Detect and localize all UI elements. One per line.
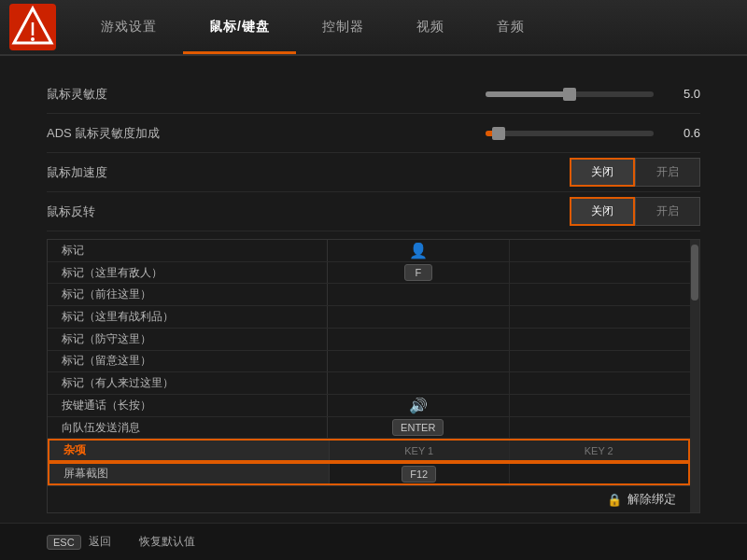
scrollbar-thumb[interactable] <box>691 245 698 301</box>
ads-sensitivity-slider-thumb[interactable] <box>492 127 505 140</box>
main-content: 鼠标灵敏度 5.0 ADS 鼠标灵敏度加成 0.6 鼠标 <box>0 56 747 523</box>
key1-message[interactable]: ENTER <box>328 417 510 439</box>
acceleration-toggle: 关闭 开启 <box>570 158 700 187</box>
ads-sensitivity-row: ADS 鼠标灵敏度加成 0.6 <box>47 114 700 153</box>
key2-misc-header: KEY 2 <box>510 441 689 460</box>
ads-sensitivity-slider-container: 0.6 <box>233 126 700 140</box>
key1-watch[interactable] <box>328 351 510 372</box>
key1-defend[interactable] <box>328 329 510 350</box>
keybind-label-message: 向队伍发送消息 <box>48 417 328 439</box>
invert-toggle: 关闭 开启 <box>570 197 700 226</box>
sensitivity-control: 5.0 <box>233 87 700 101</box>
acceleration-row: 鼠标加速度 关闭 开启 <box>47 153 700 192</box>
key2-voicechat[interactable] <box>510 395 691 416</box>
key2-been[interactable] <box>510 372 691 394</box>
keybind-row-been: 标记（有人来过这里） <box>48 372 690 395</box>
key2-marker[interactable] <box>510 240 691 261</box>
invert-row: 鼠标反转 关闭 开启 <box>47 192 700 231</box>
sensitivity-slider-track[interactable] <box>486 91 654 97</box>
logo <box>9 4 56 50</box>
unbind-label: 解除绑定 <box>627 491 676 508</box>
sensitivity-slider-fill <box>486 91 570 97</box>
misc-key1-header: KEY 1 <box>404 445 433 456</box>
key2-enemy[interactable] <box>510 262 691 284</box>
acceleration-control: 关闭 开启 <box>233 158 700 187</box>
keybind-row-message: 向队伍发送消息 ENTER <box>48 417 690 440</box>
sensitivity-slider-thumb[interactable] <box>563 88 576 101</box>
key1-loot[interactable] <box>328 306 510 328</box>
keybind-label-voicechat: 按键通话（长按） <box>48 395 328 416</box>
key1-been[interactable] <box>328 372 510 394</box>
acceleration-on-button[interactable]: 开启 <box>635 158 700 187</box>
sensitivity-value: 5.0 <box>663 87 700 101</box>
keybind-rows: 标记 👤 标记（这里有敌人） F <box>48 240 690 485</box>
invert-on-button[interactable]: 开启 <box>635 197 700 226</box>
key1-voicechat[interactable]: 🔊 <box>328 395 510 416</box>
keybind-row-loot: 标记（这里有战利品） <box>48 306 690 329</box>
message-key1-badge: ENTER <box>392 419 444 436</box>
keybind-row-screenshot: 屏幕截图 F12 <box>48 462 690 485</box>
keybind-section: 标记 👤 标记（这里有敌人） F <box>47 239 700 513</box>
esc-key: ESC <box>47 535 81 550</box>
keybind-label-been: 标记（有人来过这里） <box>48 372 328 394</box>
key1-misc-header: KEY 1 <box>330 441 510 460</box>
svg-point-4 <box>31 37 35 41</box>
key2-loot[interactable] <box>510 306 691 328</box>
key2-watch[interactable] <box>510 351 691 372</box>
nav-tabs: 游戏设置 鼠标/键盘 控制器 视频 音频 <box>75 0 738 54</box>
keybind-row-goto: 标记（前往这里） <box>48 284 690 306</box>
key1-screenshot[interactable]: F12 <box>330 464 510 483</box>
tab-game-settings[interactable]: 游戏设置 <box>75 0 183 54</box>
keybind-row-voicechat: 按键通话（长按） 🔊 <box>48 395 690 417</box>
sensitivity-slider-container: 5.0 <box>233 87 700 101</box>
tab-audio[interactable]: 音频 <box>471 0 551 54</box>
tab-mouse-keyboard[interactable]: 鼠标/键盘 <box>183 0 296 54</box>
reset-label: 恢复默认值 <box>139 534 195 550</box>
keybind-label-watch: 标记（留意这里） <box>48 351 328 372</box>
acceleration-label: 鼠标加速度 <box>47 164 233 181</box>
keybind-label-screenshot: 屏幕截图 <box>49 464 330 483</box>
tab-video[interactable]: 视频 <box>390 0 471 54</box>
keybind-label-enemy: 标记（这里有敌人） <box>48 262 328 284</box>
key2-message[interactable] <box>510 417 691 439</box>
keybind-label-defend: 标记（防守这里） <box>48 329 328 350</box>
key2-goto[interactable] <box>510 284 691 305</box>
invert-off-button[interactable]: 关闭 <box>570 197 635 226</box>
footer: ESC 返回 恢复默认值 <box>0 523 747 560</box>
top-nav: 游戏设置 鼠标/键盘 控制器 视频 音频 <box>0 0 747 56</box>
keybind-table: 标记 👤 标记（这里有敌人） F <box>48 240 690 512</box>
key1-goto[interactable] <box>328 284 510 305</box>
unbind-row: 🔒 解除绑定 <box>48 485 690 512</box>
back-label: 返回 <box>89 534 111 550</box>
tab-controller[interactable]: 控制器 <box>296 0 390 54</box>
unbind-button[interactable]: 🔒 解除绑定 <box>607 491 676 508</box>
keybind-scrollbar[interactable] <box>690 240 699 512</box>
ads-sensitivity-value: 0.6 <box>663 126 700 140</box>
sensitivity-label: 鼠标灵敏度 <box>47 86 233 103</box>
unbind-icon: 🔒 <box>607 493 622 507</box>
screenshot-key1-badge: F12 <box>402 466 436 483</box>
keybind-row-defend: 标记（防守这里） <box>48 329 690 351</box>
invert-control: 关闭 开启 <box>233 197 700 226</box>
invert-label: 鼠标反转 <box>47 203 233 220</box>
ads-sensitivity-label: ADS 鼠标灵敏度加成 <box>47 125 233 142</box>
key2-defend[interactable] <box>510 329 691 350</box>
acceleration-off-button[interactable]: 关闭 <box>570 158 635 187</box>
keybind-row-enemy: 标记（这里有敌人） F <box>48 262 690 285</box>
reset-button[interactable]: 恢复默认值 <box>139 534 195 550</box>
keybind-label-misc: 杂项 <box>49 441 330 460</box>
ads-sensitivity-slider-track[interactable] <box>486 131 654 136</box>
misc-key2-header: KEY 2 <box>585 445 613 456</box>
keybind-row-marker: 标记 👤 <box>48 240 690 262</box>
voicechat-key1-icon: 🔊 <box>409 397 428 414</box>
back-button[interactable]: ESC 返回 <box>47 534 111 550</box>
key1-marker[interactable]: 👤 <box>328 240 510 261</box>
enemy-key1-badge: F <box>404 264 432 281</box>
keybind-label-loot: 标记（这里有战利品） <box>48 306 328 328</box>
keybind-row-watch: 标记（留意这里） <box>48 351 690 373</box>
key1-enemy[interactable]: F <box>328 262 510 284</box>
marker-key1-icon: 👤 <box>409 242 428 259</box>
key2-screenshot[interactable] <box>510 464 689 483</box>
sensitivity-row: 鼠标灵敏度 5.0 <box>47 75 700 114</box>
keybind-label-marker: 标记 <box>48 240 328 261</box>
